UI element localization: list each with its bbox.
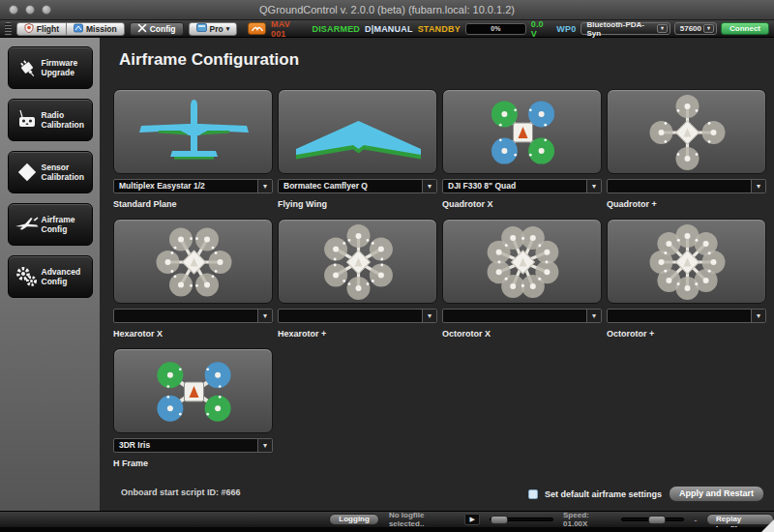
airframe-cards-grid: Multiplex Easystar 1/2▾Standard PlaneBor…: [113, 89, 774, 468]
titlebar: QGroundControl v. 2.0.0 (beta) (fubarn.l…: [0, 0, 774, 20]
set-default-label: Set default airframe settings: [545, 489, 662, 499]
dropdown-caret-icon[interactable]: ▾: [422, 180, 436, 192]
sidebar-item-sensor-calibration[interactable]: Sensor Calibration: [8, 151, 93, 193]
airframe-select-h-frame[interactable]: 3DR Iris▾: [113, 438, 273, 453]
airframe-select-octorotor[interactable]: ▾: [607, 309, 766, 323]
dropdown-caret-icon[interactable]: ▾: [257, 310, 272, 322]
set-default-checkbox[interactable]: [528, 489, 538, 499]
sidebar-item-label: Airframe Config: [42, 215, 88, 234]
airframe-select-standard-plane[interactable]: Multiplex Easystar 1/2▾: [113, 179, 273, 193]
main-toolbar: Flight Mission Config Pro ▾ M: [0, 20, 774, 38]
play-button[interactable]: ▶: [464, 514, 480, 525]
airframe-card-octorotor: ▾Octorotor +: [607, 219, 766, 339]
speed-minus-label: -: [694, 516, 697, 524]
airframe-config-panel: Airframe Configuration Multiplex Easysta…: [100, 38, 774, 511]
airframe-select-quadrotor[interactable]: ▾: [607, 179, 766, 193]
airframe-image-standard-plane[interactable]: [113, 89, 273, 174]
airframe-select-value: [279, 310, 422, 322]
dropdown-caret-icon[interactable]: ▾: [257, 439, 272, 452]
airframe-image-flying-wing[interactable]: [278, 89, 437, 174]
mission-label: Mission: [86, 24, 117, 34]
airframe-card-label: Quadrotor X: [442, 199, 602, 209]
baud-select-value: 57600: [680, 24, 701, 33]
airframe-image-h-frame[interactable]: [113, 348, 273, 433]
airframe-card-label: Flying Wing: [278, 199, 437, 209]
flight-label: Flight: [37, 24, 59, 34]
dropdown-caret-icon[interactable]: ▾: [751, 310, 765, 322]
sensor-icon: [13, 161, 42, 184]
airframe-card-quadrotor: ▾Quadrotor +: [607, 89, 766, 209]
dropdown-caret-icon[interactable]: ▾: [586, 310, 601, 322]
link-select[interactable]: Bluetooth-PDA-Syn ▾: [580, 22, 670, 35]
airframe-select-hexarotor[interactable]: ▾: [278, 309, 437, 323]
replay-speed-handle[interactable]: [648, 516, 666, 524]
sidebar-item-airframe-config[interactable]: Airframe Config: [8, 203, 93, 246]
airframe-select-value: [114, 310, 257, 322]
dropdown-caret-icon[interactable]: ▾: [751, 180, 765, 192]
airframe-card-label: Standard Plane: [113, 199, 273, 209]
airframe-select-hexarotor-x[interactable]: ▾: [113, 309, 273, 323]
waypoint-label: WP0: [556, 24, 576, 34]
airframe-card-label: Hexarotor +: [278, 329, 437, 339]
qgroundcontrol-window: QGroundControl v. 2.0.0 (beta) (fubarn.l…: [0, 0, 774, 532]
airframe-image-quadrotor[interactable]: [607, 89, 766, 174]
window-title: QGroundControl v. 2.0.0 (beta) (fubarn.l…: [0, 4, 774, 15]
link-select-caret-icon[interactable]: ▾: [657, 24, 668, 33]
config-sidebar: Firmware UpgradeRadio CalibrationSensor …: [0, 38, 100, 511]
airframe-select-value: 3DR Iris: [114, 439, 257, 452]
logfile-position-slider[interactable]: [490, 517, 553, 521]
sidebar-item-radio-calibration[interactable]: Radio Calibration: [8, 99, 93, 141]
gears-icon: [13, 265, 42, 288]
sidebar-item-advanced-config[interactable]: Advanced Config: [8, 255, 93, 298]
apply-and-restart-button[interactable]: Apply and Restart: [669, 486, 764, 502]
airframe-image-octorotor[interactable]: [607, 219, 766, 304]
airframe-select-quadrotor-x[interactable]: DJI F330 8" Quad▾: [442, 179, 602, 193]
apply-row: Set default airframe settings Apply and …: [528, 486, 764, 502]
flight-view-button[interactable]: Flight: [16, 22, 67, 36]
window-bottom-edge: [0, 527, 774, 532]
airframe-select-value: Bormatec Camflyer Q: [279, 180, 422, 192]
sidebar-item-firmware-upgrade[interactable]: Firmware Upgrade: [8, 46, 93, 89]
dropdown-caret-icon[interactable]: ▾: [257, 180, 272, 192]
airframe-select-value: [443, 310, 586, 322]
onboard-script-id: Onboard start script ID: #666: [121, 488, 241, 497]
dropdown-caret-icon[interactable]: ▾: [422, 310, 436, 322]
airframe-image-hexarotor[interactable]: [278, 219, 437, 304]
airframe-card-flying-wing: Bormatec Camflyer Q▾Flying Wing: [278, 89, 437, 209]
logfile-position-handle[interactable]: [491, 516, 508, 524]
airframe-select-flying-wing[interactable]: Bormatec Camflyer Q▾: [278, 179, 437, 193]
sidebar-item-label: Firmware Upgrade: [42, 58, 88, 77]
mission-view-button[interactable]: Mission: [66, 22, 125, 36]
replay-speed-label: Speed: 01.00X: [563, 511, 611, 528]
airframe-select-value: [608, 180, 751, 192]
airframe-image-hexarotor-x[interactable]: [113, 219, 273, 304]
replay-speed-slider[interactable]: [621, 517, 685, 521]
dropdown-caret-icon[interactable]: ▾: [586, 180, 601, 192]
airframe-card-label: H Frame: [113, 458, 273, 468]
airframe-card-standard-plane: Multiplex Easystar 1/2▾Standard Plane: [113, 89, 273, 209]
airframe-image-octorotor-x[interactable]: [442, 219, 602, 304]
airframe-select-value: Multiplex Easystar 1/2: [114, 180, 257, 192]
resize-grip[interactable]: [761, 519, 774, 532]
connect-button[interactable]: Connect: [721, 22, 769, 35]
airframe-icon: [13, 214, 42, 235]
airframe-select-octorotor-x[interactable]: ▾: [442, 309, 602, 323]
baud-select-caret-icon[interactable]: ▾: [703, 24, 714, 33]
airframe-card-label: Octorotor X: [442, 329, 602, 339]
config-view-button[interactable]: Config: [130, 22, 184, 36]
airframe-select-value: [608, 310, 751, 322]
pro-view-button[interactable]: Pro ▾: [189, 22, 238, 36]
baud-select[interactable]: 57600 ▾: [674, 22, 717, 35]
logfile-status: No logfile selected..: [389, 511, 456, 528]
sidebar-item-label: Sensor Calibration: [42, 163, 88, 182]
airframe-card-label: Quadrotor +: [607, 199, 766, 209]
toolbar-drag-handle[interactable]: [5, 22, 12, 36]
airframe-image-quadrotor-x[interactable]: [442, 89, 602, 174]
config-icon: [137, 23, 147, 35]
system-state-label: STANDBY: [418, 24, 461, 34]
battery-gauge: 0%: [465, 23, 526, 35]
mav-icon: [248, 22, 266, 35]
pro-caret-icon: ▾: [226, 25, 230, 33]
sidebar-item-label: Radio Calibration: [42, 110, 88, 130]
logging-button[interactable]: Logging: [329, 514, 379, 525]
